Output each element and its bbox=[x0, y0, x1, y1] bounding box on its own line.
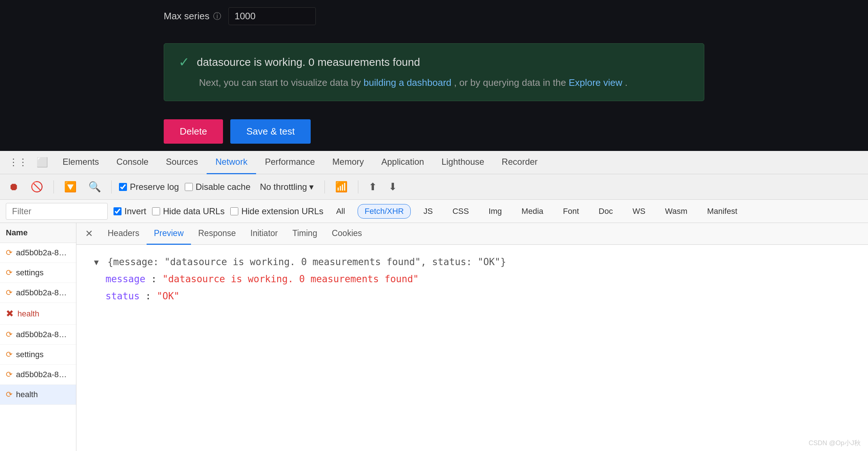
preview-tab-initiator[interactable]: Initiator bbox=[243, 223, 285, 245]
request-item-7[interactable]: ⟳ health bbox=[0, 385, 76, 405]
type-btn-css[interactable]: CSS bbox=[446, 204, 476, 219]
type-btn-img[interactable]: Img bbox=[482, 204, 509, 219]
request-item-4[interactable]: ⟳ ad5b0b2a-83a3... bbox=[0, 325, 76, 345]
type-btn-fetchxhr[interactable]: Fetch/XHR bbox=[358, 204, 411, 219]
tab-performance[interactable]: Performance bbox=[256, 151, 323, 174]
tab-recorder[interactable]: Recorder bbox=[493, 151, 546, 174]
request-item-1[interactable]: ⟳ settings bbox=[0, 263, 76, 283]
request-item-5[interactable]: ⟳ settings bbox=[0, 345, 76, 365]
search-button[interactable]: 🔍 bbox=[85, 179, 104, 195]
type-btn-wasm[interactable]: Wasm bbox=[658, 204, 694, 219]
hide-ext-urls-label[interactable]: Hide extension URLs bbox=[230, 206, 323, 216]
request-icon-2: ⟳ bbox=[6, 288, 12, 298]
tab-console[interactable]: Console bbox=[108, 151, 157, 174]
preview-tab-cookies[interactable]: Cookies bbox=[324, 223, 369, 245]
filter-button[interactable]: 🔽 bbox=[61, 179, 80, 195]
request-list-header: Name bbox=[0, 223, 76, 243]
success-banner: ✓ datasource is working. 0 measurements … bbox=[164, 43, 704, 101]
request-name-5: settings bbox=[16, 350, 44, 359]
upload-button[interactable]: ⬆ bbox=[366, 179, 380, 195]
hide-data-urls-label[interactable]: Hide data URLs bbox=[152, 206, 224, 216]
max-series-row: Max series ⓘ bbox=[164, 0, 704, 36]
type-btn-js[interactable]: JS bbox=[417, 204, 440, 219]
request-name-2: ad5b0b2a-83a3... bbox=[16, 288, 70, 298]
preview-tab-timing[interactable]: Timing bbox=[285, 223, 324, 245]
hide-data-urls-text: Hide data URLs bbox=[163, 206, 224, 216]
json-message-key: message bbox=[105, 274, 146, 284]
info-icon[interactable]: ⓘ bbox=[213, 11, 221, 22]
preview-tab-headers[interactable]: Headers bbox=[100, 223, 147, 245]
preview-content: ▼ {message: "datasource is working. 0 me… bbox=[76, 245, 868, 451]
devtools-content: Name ⟳ ad5b0b2a-83a3... ⟳ settings ⟳ ad5… bbox=[0, 223, 868, 451]
invert-text: Invert bbox=[124, 206, 146, 216]
request-item-3[interactable]: ✖ health bbox=[0, 303, 76, 325]
type-btn-manifest[interactable]: Manifest bbox=[700, 204, 744, 219]
hide-ext-urls-checkbox[interactable] bbox=[230, 207, 238, 215]
request-name-3: health bbox=[17, 309, 39, 319]
download-button[interactable]: ⬇ bbox=[386, 179, 400, 195]
hide-data-urls-checkbox[interactable] bbox=[152, 207, 160, 215]
tab-sources[interactable]: Sources bbox=[157, 151, 207, 174]
devtools-toggle-button[interactable]: ⋮⋮ bbox=[6, 154, 31, 171]
success-body: Next, you can start to visualize data by… bbox=[179, 76, 689, 90]
throttle-select[interactable]: No throttling ▾ bbox=[256, 180, 317, 194]
preserve-log-text: Preserve log bbox=[130, 182, 179, 192]
request-item-0[interactable]: ⟳ ad5b0b2a-83a3... bbox=[0, 243, 76, 263]
building-dashboard-link[interactable]: building a dashboard bbox=[363, 77, 451, 88]
close-preview-button[interactable]: ✕ bbox=[82, 227, 96, 241]
device-toolbar-button[interactable]: ⬜ bbox=[33, 154, 51, 171]
disable-cache-checkbox[interactable] bbox=[185, 183, 193, 191]
separator-3 bbox=[324, 180, 325, 193]
or-text: , or by querying data in the bbox=[454, 77, 566, 88]
save-test-button[interactable]: Save & test bbox=[230, 119, 311, 144]
disable-cache-text: Disable cache bbox=[196, 182, 251, 192]
max-series-text: Max series bbox=[164, 11, 210, 22]
json-collapse-button[interactable]: ▼ bbox=[91, 258, 102, 267]
explore-view-link[interactable]: Explore view bbox=[569, 77, 622, 88]
json-summary-text: {message: "datasource is working. 0 meas… bbox=[107, 256, 506, 267]
request-name-7: health bbox=[16, 390, 38, 399]
preview-tab-response[interactable]: Response bbox=[191, 223, 243, 245]
filter-input[interactable] bbox=[6, 203, 108, 220]
type-btn-media[interactable]: Media bbox=[515, 204, 550, 219]
tab-memory[interactable]: Memory bbox=[324, 151, 373, 174]
stop-recording-button[interactable]: ⏺ bbox=[6, 179, 22, 195]
separator-1 bbox=[53, 180, 54, 193]
tab-elements[interactable]: Elements bbox=[54, 151, 108, 174]
disable-cache-label[interactable]: Disable cache bbox=[185, 182, 251, 192]
type-btn-font[interactable]: Font bbox=[556, 204, 586, 219]
request-item-6[interactable]: ⟳ ad5b0b2a-83a3... bbox=[0, 365, 76, 385]
success-title: datasource is working. 0 measurements fo… bbox=[197, 56, 420, 68]
delete-button[interactable]: Delete bbox=[164, 119, 223, 144]
invert-label[interactable]: Invert bbox=[114, 206, 146, 216]
request-icon-6: ⟳ bbox=[6, 370, 12, 379]
invert-checkbox[interactable] bbox=[114, 207, 122, 215]
max-series-input[interactable] bbox=[228, 7, 316, 25]
btn-row: Delete Save & test bbox=[164, 119, 704, 144]
check-icon: ✓ bbox=[179, 55, 190, 70]
chevron-down-icon: ▾ bbox=[309, 182, 314, 192]
tab-lighthouse[interactable]: Lighthouse bbox=[433, 151, 493, 174]
clear-button[interactable]: 🚫 bbox=[28, 179, 46, 195]
preserve-log-label[interactable]: Preserve log bbox=[119, 182, 179, 192]
preview-tab-preview[interactable]: Preview bbox=[147, 223, 191, 245]
wifi-icon[interactable]: 📶 bbox=[332, 179, 351, 195]
tab-network[interactable]: Network bbox=[207, 151, 256, 174]
request-name-4: ad5b0b2a-83a3... bbox=[16, 330, 70, 339]
json-status-value: "OK" bbox=[157, 291, 180, 302]
json-colon-1: : bbox=[151, 274, 162, 284]
request-name-1: settings bbox=[16, 268, 44, 278]
type-btn-all[interactable]: All bbox=[329, 204, 352, 219]
type-btn-ws[interactable]: WS bbox=[626, 204, 652, 219]
request-icon-7: ⟳ bbox=[6, 390, 12, 399]
json-summary-line: ▼ {message: "datasource is working. 0 me… bbox=[91, 254, 853, 271]
separator-2 bbox=[111, 180, 112, 193]
type-btn-doc[interactable]: Doc bbox=[592, 204, 620, 219]
tab-application[interactable]: Application bbox=[373, 151, 433, 174]
throttle-text: No throttling bbox=[260, 182, 307, 192]
request-icon-5: ⟳ bbox=[6, 350, 12, 359]
devtools-tabbar: ⋮⋮ ⬜ Elements Console Sources Network Pe… bbox=[0, 151, 868, 174]
preserve-log-checkbox[interactable] bbox=[119, 183, 127, 191]
request-item-2[interactable]: ⟳ ad5b0b2a-83a3... bbox=[0, 283, 76, 303]
request-name-0: ad5b0b2a-83a3... bbox=[16, 248, 70, 258]
